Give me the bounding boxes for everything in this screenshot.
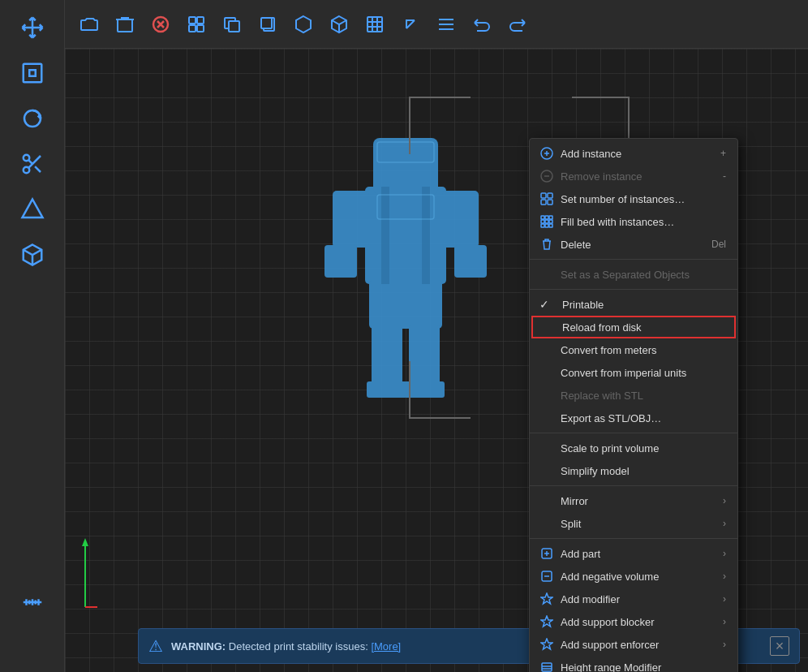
menu-set-separated[interactable]: Set as a Separated Objects bbox=[530, 263, 737, 286]
warning-link[interactable]: [More] bbox=[371, 640, 401, 653]
sidebar-scale-tool[interactable] bbox=[11, 52, 54, 94]
separator-2 bbox=[530, 289, 737, 290]
menu-reload-label: Reload from disk bbox=[562, 321, 724, 334]
add-modifier-arrow: › bbox=[723, 593, 726, 605]
warning-icon: ⚠ bbox=[148, 636, 163, 656]
convert-imperial-spacer bbox=[539, 365, 554, 380]
menu-add-support-enforcer[interactable]: Add support enforcer › bbox=[530, 633, 737, 656]
svg-rect-44 bbox=[541, 224, 544, 227]
menu-convert-meters-label: Convert from meters bbox=[561, 344, 726, 356]
delete-shortcut: Del bbox=[711, 239, 726, 250]
svg-rect-23 bbox=[454, 245, 487, 278]
toolbar-undo-btn[interactable] bbox=[467, 10, 496, 39]
axis-indicator bbox=[73, 534, 97, 615]
sidebar-bottom-tools bbox=[0, 581, 65, 623]
menu-add-support-blocker[interactable]: Add support blocker › bbox=[530, 610, 737, 633]
svg-rect-43 bbox=[549, 220, 552, 223]
svg-rect-8 bbox=[367, 17, 382, 32]
svg-rect-40 bbox=[549, 216, 552, 219]
toolbar-paste-btn[interactable] bbox=[253, 10, 282, 39]
menu-add-modifier[interactable]: Add modifier › bbox=[530, 588, 737, 610]
menu-export-stl-label: Export as STL/OBJ… bbox=[561, 412, 726, 424]
toolbar-arrows-btn[interactable] bbox=[396, 10, 425, 39]
svg-rect-24 bbox=[381, 187, 389, 284]
svg-rect-9 bbox=[23, 64, 41, 83]
delete-icon bbox=[539, 237, 554, 252]
menu-mirror-label: Mirror bbox=[561, 495, 716, 507]
menu-set-number-label: Set number of instances… bbox=[561, 193, 726, 205]
sidebar-rotate-tool[interactable] bbox=[11, 97, 54, 140]
svg-rect-41 bbox=[541, 220, 544, 223]
svg-rect-38 bbox=[541, 216, 544, 219]
add-part-icon bbox=[539, 546, 554, 561]
toolbar-arrange-btn[interactable] bbox=[182, 10, 211, 39]
export-stl-spacer bbox=[539, 411, 554, 425]
menu-replace-stl[interactable]: Replace with STL bbox=[530, 384, 737, 407]
svg-rect-36 bbox=[541, 200, 546, 205]
menu-set-number[interactable]: Set number of instances… bbox=[530, 187, 737, 210]
sidebar-ruler-tool[interactable] bbox=[11, 581, 54, 623]
svg-rect-35 bbox=[548, 193, 552, 198]
sidebar-move-tool[interactable] bbox=[11, 6, 54, 49]
printable-check: ✓ bbox=[539, 298, 552, 311]
svg-rect-37 bbox=[548, 200, 552, 205]
menu-convert-meters[interactable]: Convert from meters bbox=[530, 338, 737, 361]
svg-rect-3 bbox=[197, 17, 204, 24]
toolbar-3d-view-btn[interactable] bbox=[289, 10, 318, 39]
svg-rect-4 bbox=[189, 25, 196, 32]
menu-simplify[interactable]: Simplify model bbox=[530, 459, 737, 482]
add-support-enforcer-icon bbox=[539, 637, 554, 652]
menu-reload-from-disk[interactable]: Reload from disk bbox=[531, 316, 736, 338]
menu-height-range-label: Height range Modifier bbox=[561, 661, 726, 673]
menu-printable[interactable]: ✓ Printable bbox=[530, 293, 737, 316]
scale-print-spacer bbox=[539, 441, 554, 455]
svg-point-11 bbox=[23, 155, 29, 162]
menu-split[interactable]: Split › bbox=[530, 512, 737, 535]
svg-rect-17 bbox=[369, 280, 442, 329]
toolbar-close-btn[interactable] bbox=[146, 10, 175, 39]
warning-close-btn[interactable]: × bbox=[770, 636, 789, 656]
replace-stl-spacer bbox=[539, 388, 554, 403]
menu-delete[interactable]: Delete Del bbox=[530, 233, 737, 256]
split-spacer bbox=[539, 516, 554, 531]
menu-remove-instance[interactable]: Remove instance - bbox=[530, 165, 737, 187]
add-support-blocker-arrow: › bbox=[723, 616, 726, 627]
warning-message: Detected print stability issues: bbox=[229, 640, 368, 653]
warning-title: WARNING: bbox=[171, 640, 226, 653]
menu-convert-imperial[interactable]: Convert from imperial units bbox=[530, 361, 737, 384]
menu-replace-stl-label: Replace with STL bbox=[561, 390, 726, 402]
toolbar-copy-btn[interactable] bbox=[217, 10, 247, 39]
menu-fill-bed[interactable]: Fill bed with instances… bbox=[530, 210, 737, 233]
toolbar-redo-btn[interactable] bbox=[503, 10, 532, 39]
svg-rect-7 bbox=[261, 18, 272, 28]
sidebar-cut-tool[interactable] bbox=[11, 143, 54, 185]
svg-rect-39 bbox=[545, 216, 548, 219]
sidebar-shape-tool[interactable] bbox=[11, 188, 54, 230]
reload-spacer bbox=[541, 320, 556, 334]
toolbar-layers-btn[interactable] bbox=[432, 10, 461, 39]
menu-export-stl[interactable]: Export as STL/OBJ… bbox=[530, 407, 737, 429]
toolbar-delete-btn[interactable] bbox=[110, 10, 140, 39]
add-negative-icon bbox=[539, 569, 554, 584]
svg-point-12 bbox=[23, 167, 29, 174]
separator-3 bbox=[530, 433, 737, 433]
toolbar-open-btn[interactable] bbox=[75, 10, 104, 39]
toolbar-slice-btn[interactable] bbox=[324, 10, 354, 39]
menu-add-instance[interactable]: Add instance + bbox=[530, 142, 737, 165]
menu-add-part[interactable]: Add part › bbox=[530, 542, 737, 565]
menu-height-range[interactable]: Height range Modifier bbox=[530, 656, 737, 672]
add-instance-icon bbox=[539, 146, 554, 161]
menu-add-negative[interactable]: Add negative volume › bbox=[530, 565, 737, 588]
height-range-icon bbox=[539, 660, 554, 672]
toolbar-fit-btn[interactable] bbox=[360, 10, 389, 39]
svg-rect-46 bbox=[549, 224, 552, 227]
menu-mirror[interactable]: Mirror › bbox=[530, 489, 737, 512]
add-negative-arrow: › bbox=[723, 571, 726, 582]
menu-fill-bed-label: Fill bed with instances… bbox=[561, 216, 726, 228]
menu-printable-label: Printable bbox=[559, 299, 726, 311]
svg-rect-2 bbox=[189, 17, 196, 24]
menu-split-label: Split bbox=[561, 518, 716, 530]
menu-scale-print-label: Scale to print volume bbox=[561, 442, 726, 454]
menu-scale-print[interactable]: Scale to print volume bbox=[530, 437, 737, 459]
sidebar-object-tool[interactable] bbox=[11, 234, 54, 276]
